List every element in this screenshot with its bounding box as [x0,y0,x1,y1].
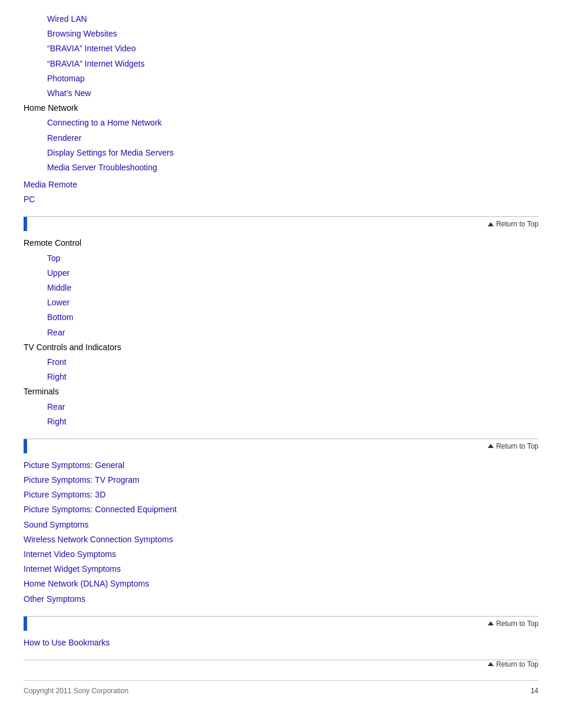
list-item: Picture Symptoms: Connected Equipment [24,502,538,517]
display-settings-link[interactable]: Display Settings for Media Servers [47,148,174,157]
how-to-use-bookmarks-link[interactable]: How to Use Bookmarks [24,638,110,647]
rc-middle-link[interactable]: Middle [47,283,71,292]
list-item: Middle [24,281,538,295]
bravia-video-link[interactable]: “BRAVIA” Internet Video [47,44,135,53]
list-item: Wired LAN [24,12,538,27]
list-item: “BRAVIA” Internet Video [24,41,538,56]
terminals-right-link[interactable]: Right [47,417,67,426]
list-item: Renderer [24,131,538,146]
photomap-link[interactable]: Photomap [47,74,85,83]
tv-controls-header: TV Controls and Indicators [24,340,538,355]
list-item: Wireless Network Connection Symptoms [24,532,538,547]
list-item: Home Network (DLNA) Symptoms [24,577,538,591]
list-item: Top [24,251,538,266]
picture-connected-link[interactable]: Picture Symptoms: Connected Equipment [24,505,177,514]
blue-bar-1 [24,217,27,231]
list-item: Photomap [24,71,538,86]
home-network-section: Home Network Connecting to a Home Networ… [24,101,538,175]
rc-upper-link[interactable]: Upper [47,268,70,278]
picture-general-link[interactable]: Picture Symptoms: General [24,460,124,470]
top-section: Wired LAN Browsing Websites “BRAVIA” Int… [24,12,538,207]
list-item: Browsing Websites [24,27,538,41]
internet-video-symptoms-link[interactable]: Internet Video Symptoms [24,549,116,559]
pc-link[interactable]: PC [24,195,35,204]
separator-1: Return to Top [24,216,538,231]
page-number: 14 [531,687,538,695]
list-item: Picture Symptoms: TV Program [24,473,538,487]
list-item: What’s New [24,86,538,101]
browsing-websites-link[interactable]: Browsing Websites [47,29,117,38]
list-item: How to Use Bookmarks [24,635,538,650]
blue-bar-3 [24,617,27,631]
remote-control-header: Remote Control [24,236,538,251]
bookmarks-section: How to Use Bookmarks [24,635,538,650]
triangle-icon-1 [488,222,494,226]
list-item: “BRAVIA” Internet Widgets [24,57,538,71]
terminals-rear-link[interactable]: Rear [47,402,65,411]
list-item: Bottom [24,310,538,325]
triangle-icon-3 [488,621,494,625]
picture-tv-link[interactable]: Picture Symptoms: TV Program [24,475,140,485]
rc-bottom-link[interactable]: Bottom [47,312,73,322]
connecting-home-network-link[interactable]: Connecting to a Home Network [47,118,162,127]
return-to-top-3[interactable]: Return to Top [488,620,538,628]
return-to-top-2[interactable]: Return to Top [488,442,538,450]
media-remote-link[interactable]: Media Remote [24,180,77,189]
list-item: Rear [24,325,538,340]
triangle-icon-4 [488,662,494,666]
list-item: Picture Symptoms: 3D [24,487,538,502]
wireless-symptoms-link[interactable]: Wireless Network Connection Symptoms [24,535,173,544]
tv-right-link[interactable]: Right [47,372,67,381]
list-item: Media Server Troubleshooting [24,160,538,175]
triangle-icon-2 [488,444,494,448]
home-network-dlna-symptoms-link[interactable]: Home Network (DLNA) Symptoms [24,579,149,588]
bravia-widgets-link[interactable]: “BRAVIA” Internet Widgets [47,59,144,68]
wired-lan-link[interactable]: Wired LAN [47,14,87,24]
list-item: Lower [24,295,538,310]
rc-top-link[interactable]: Top [47,253,61,263]
copyright-text: Copyright 2011 Sony Corporation [24,687,128,695]
other-symptoms-link[interactable]: Other Symptoms [24,594,85,604]
list-item: Sound Symptoms [24,518,538,532]
list-item: Front [24,355,538,370]
page-container: Wired LAN Browsing Websites “BRAVIA” Int… [0,0,562,728]
renderer-link[interactable]: Renderer [47,133,81,143]
internet-items: Wired LAN Browsing Websites “BRAVIA” Int… [24,12,538,101]
list-item: Other Symptoms [24,592,538,607]
list-item: Internet Video Symptoms [24,547,538,562]
remote-control-section: Remote Control Top Upper Middle Lower Bo… [24,236,538,429]
separator-3: Return to Top [24,616,538,631]
list-item: Upper [24,266,538,281]
list-item: Display Settings for Media Servers [24,146,538,160]
tv-front-link[interactable]: Front [47,357,67,367]
rc-rear-link[interactable]: Rear [47,328,65,337]
list-item: Internet Widget Symptoms [24,562,538,577]
whats-new-link[interactable]: What’s New [47,88,91,98]
media-server-troubleshooting-link[interactable]: Media Server Troubleshooting [47,163,157,172]
return-to-top-4[interactable]: Return to Top [488,660,538,668]
list-item: Rear [24,400,538,414]
symptoms-section: Picture Symptoms: General Picture Sympto… [24,458,538,607]
list-item: PC [24,192,538,207]
separator-4: Return to Top [24,660,538,668]
separator-2: Return to Top [24,439,538,453]
list-item: Connecting to a Home Network [24,116,538,130]
list-item: Right [24,414,538,429]
footer: Copyright 2011 Sony Corporation 14 [24,680,538,695]
terminals-header: Terminals [24,384,538,399]
blue-bar-2 [24,439,27,453]
picture-3d-link[interactable]: Picture Symptoms: 3D [24,490,105,499]
internet-widget-symptoms-link[interactable]: Internet Widget Symptoms [24,564,121,574]
list-item: Right [24,370,538,384]
rc-lower-link[interactable]: Lower [47,298,70,307]
home-network-header: Home Network [24,101,538,116]
return-to-top-1[interactable]: Return to Top [488,220,538,228]
list-item: Picture Symptoms: General [24,458,538,473]
sound-symptoms-link[interactable]: Sound Symptoms [24,520,89,529]
list-item: Media Remote [24,177,538,192]
